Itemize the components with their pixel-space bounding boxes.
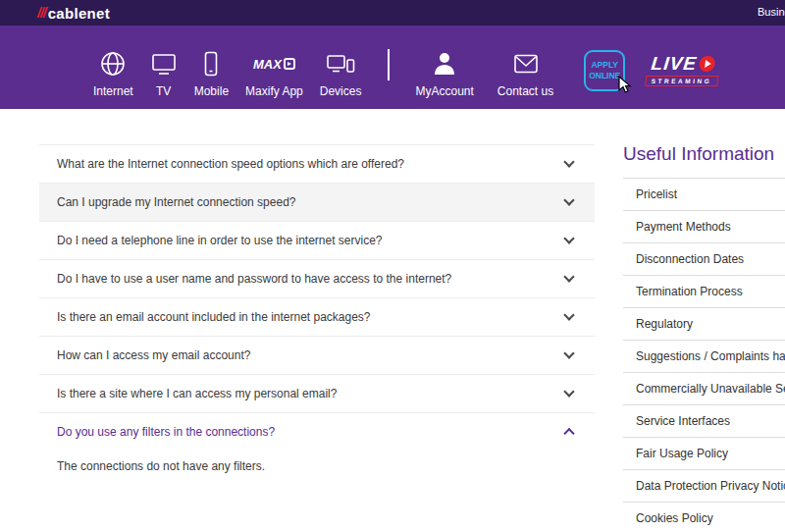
maxify-logo-icon: MAX: [253, 48, 295, 80]
live-streaming-logo[interactable]: LIVE STREAMING: [645, 53, 720, 86]
chevron-down-icon: [563, 347, 574, 358]
nav-item-mobile[interactable]: Mobile: [194, 26, 229, 109]
faq-question-text: Do you use any filters in the connection…: [57, 425, 275, 439]
nav-item-label: Mobile: [194, 84, 229, 98]
faq-question-row[interactable]: How can I access my email account?: [39, 337, 595, 375]
user-icon: [432, 48, 457, 80]
nav-item-myaccount[interactable]: MyAccount: [415, 26, 473, 109]
nav-item-label: Contact us: [497, 84, 553, 98]
faq-question-text: Do I need a telephone line in order to u…: [57, 234, 383, 247]
useful-information-sidebar: Useful Information Pricelist Payment Met…: [623, 143, 785, 532]
nav-item-label: Devices: [320, 84, 362, 98]
faq-question-text: What are the Internet connection speed o…: [57, 157, 404, 171]
sidebar-item-commercially-unavailable[interactable]: Commercially Unavailable Services: [623, 372, 785, 404]
faq-question-text: How can I access my email account?: [57, 348, 250, 362]
faq-question-row[interactable]: Is there a site where I can access my pe…: [39, 375, 595, 413]
business-link[interactable]: Business: [758, 6, 785, 18]
faq-question-row[interactable]: What are the Internet connection speed o…: [39, 145, 595, 184]
chevron-down-icon: [563, 233, 574, 243]
sidebar-item-service-interfaces[interactable]: Service Interfaces: [623, 404, 785, 437]
chevron-down-icon: [563, 386, 574, 397]
faq-question-text: Is there a site where I can access my pe…: [57, 387, 337, 400]
cablenet-faq-page: /// cablenet Business Internet: [0, 0, 785, 532]
nav-item-devices[interactable]: Devices: [320, 26, 362, 109]
sidebar-item-pricelist[interactable]: Pricelist: [623, 178, 785, 210]
nav-item-maxify-app[interactable]: MAX Maxify App: [245, 26, 303, 109]
logo-text: cablenet: [48, 5, 110, 22]
chevron-down-icon: [563, 156, 574, 167]
faq-question-text: Do I have to use a user name and passwor…: [57, 272, 451, 286]
tv-icon: [150, 48, 178, 80]
apply-online-button[interactable]: APPLY ONLINE: [584, 50, 625, 91]
sidebar-item-cookies-policy[interactable]: Cookies Policy: [623, 502, 785, 532]
sidebar-item-regulatory[interactable]: Regulatory: [623, 307, 785, 340]
sidebar-item-disconnection-dates[interactable]: Disconnection Dates: [623, 242, 785, 275]
nav-item-internet[interactable]: Internet: [93, 26, 133, 109]
nav-item-contact-us[interactable]: Contact us: [497, 26, 553, 109]
faq-question-text: Is there an email account included in th…: [57, 310, 371, 324]
faq-question-row[interactable]: Can I upgrade my Internet connection spe…: [39, 184, 595, 222]
faq-accordion: What are the Internet connection speed o…: [39, 144, 595, 451]
sidebar-item-payment-methods[interactable]: Payment Methods: [623, 210, 785, 242]
faq-question-text: Can I upgrade my Internet connection spe…: [57, 195, 296, 209]
main-navbar: Internet TV Mobile MAX: [0, 26, 785, 109]
envelope-icon: [512, 48, 540, 80]
live-text: LIVE: [651, 53, 699, 75]
faq-question-row-expanded[interactable]: Do you use any filters in the connection…: [39, 413, 595, 451]
nav-divider: [388, 49, 390, 80]
sidebar-item-suggestions-complaints[interactable]: Suggestions / Complaints handling: [623, 340, 785, 372]
streaming-text: STREAMING: [645, 76, 718, 86]
globe-icon: [99, 48, 127, 80]
chevron-up-icon: [563, 428, 574, 439]
sidebar-item-data-protection[interactable]: Data Protection Privacy Notice: [623, 469, 785, 502]
cablenet-logo[interactable]: /// cablenet: [37, 0, 110, 26]
faq-question-row[interactable]: Do I have to use a user name and passwor…: [39, 260, 595, 298]
sidebar-title: Useful Information: [623, 143, 785, 165]
play-icon: [699, 56, 716, 72]
chevron-down-icon: [563, 309, 574, 320]
sidebar-item-fair-usage-policy[interactable]: Fair Usage Policy: [623, 437, 785, 469]
devices-icon: [326, 48, 355, 80]
logo-slashes-icon: ///: [37, 5, 46, 21]
faq-question-row[interactable]: Do I need a telephone line in order to u…: [39, 222, 595, 260]
nav-item-label: TV: [156, 84, 171, 98]
nav-item-label: Internet: [93, 84, 133, 98]
sidebar-item-termination-process[interactable]: Termination Process: [623, 275, 785, 307]
mobile-icon: [198, 48, 224, 80]
faq-question-row[interactable]: Is there an email account included in th…: [39, 298, 595, 337]
chevron-down-icon: [563, 271, 574, 282]
nav-item-label: MyAccount: [415, 84, 473, 98]
faq-answer-text: The connections do not have any filters.: [57, 459, 567, 473]
nav-item-tv[interactable]: TV: [150, 26, 178, 109]
nav-item-label: Maxify App: [245, 84, 303, 98]
chevron-down-icon: [563, 194, 574, 205]
cursor-pointer-icon: [616, 76, 632, 94]
topbar: /// cablenet Business: [0, 0, 785, 26]
apply-line1: APPLY: [591, 60, 618, 71]
